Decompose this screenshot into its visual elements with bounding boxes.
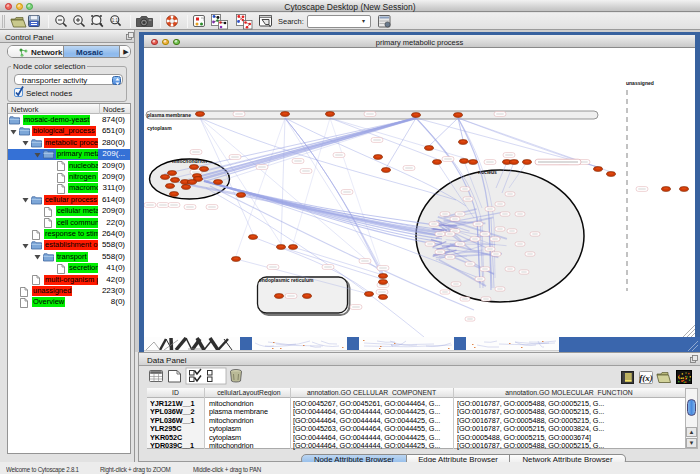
svg-text:1:1: 1:1 (112, 18, 119, 23)
svg-text:unassigned: unassigned (626, 80, 654, 86)
svg-text:cytoplasm: cytoplasm (147, 125, 172, 131)
svg-text:plasma membrane: plasma membrane (147, 112, 191, 118)
svg-text:f(x): f(x) (639, 373, 653, 383)
svg-text:mitochondrion: mitochondrion (172, 158, 207, 164)
